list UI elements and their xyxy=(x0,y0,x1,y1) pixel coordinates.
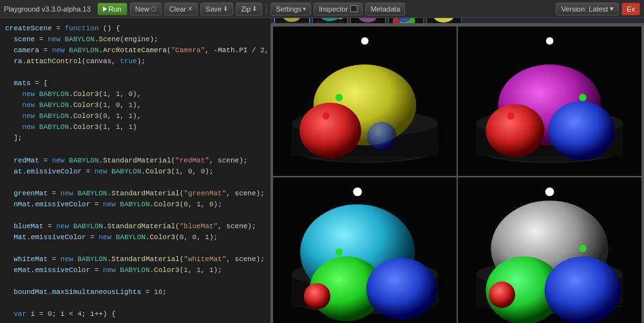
render-area xyxy=(270,24,644,323)
thumb-5[interactable] xyxy=(426,18,462,24)
run-button[interactable]: Run xyxy=(97,3,128,15)
svg-point-36 xyxy=(507,112,514,119)
svg-point-33 xyxy=(548,101,614,160)
render-quad-2[interactable] xyxy=(458,26,641,176)
svg-point-34 xyxy=(546,37,553,44)
brand-label: Playground v3.3.0-alpha.13 xyxy=(4,5,91,13)
svg-point-54 xyxy=(489,282,515,308)
svg-point-25 xyxy=(336,94,343,101)
svg-point-56 xyxy=(579,245,586,252)
thumbnail-strip xyxy=(270,18,644,24)
svg-point-43 xyxy=(366,258,437,320)
new-icon: ⬡ xyxy=(151,5,156,12)
version-button[interactable]: Version: Latest ▾ xyxy=(556,3,619,15)
inspector-checkbox xyxy=(350,5,357,12)
svg-point-22 xyxy=(299,103,361,159)
run-label: Run xyxy=(109,5,122,13)
zip-button[interactable]: Zip ⬇ xyxy=(236,3,262,15)
settings-chevron: ▾ xyxy=(303,5,306,12)
settings-button[interactable]: Settings ▾ xyxy=(270,3,311,15)
metadata-button[interactable]: Metadata xyxy=(365,3,405,15)
svg-point-26 xyxy=(322,112,329,119)
clear-label: Clear xyxy=(169,5,186,13)
clear-button[interactable]: Clear ✕ xyxy=(164,3,198,15)
version-label: Version: Latest xyxy=(561,5,608,13)
save-icon: ⬇ xyxy=(223,5,228,12)
new-button[interactable]: New ⬡ xyxy=(130,3,162,15)
inspector-label: Inspector xyxy=(319,5,348,13)
svg-point-45 xyxy=(353,188,362,197)
thumb-2[interactable] xyxy=(312,18,348,24)
svg-point-32 xyxy=(486,104,544,157)
code-editor: createScene = function () { scene = new … xyxy=(0,18,270,323)
preview-panel xyxy=(270,18,644,323)
svg-point-46 xyxy=(336,248,343,255)
thumb-3[interactable] xyxy=(350,18,386,24)
svg-point-24 xyxy=(361,37,368,44)
svg-point-35 xyxy=(579,94,586,101)
metadata-label: Metadata xyxy=(370,5,400,13)
exit-button[interactable]: Ex xyxy=(621,3,640,15)
zip-label: Zip xyxy=(241,5,251,13)
render-quad-3[interactable] xyxy=(273,177,457,323)
svg-point-44 xyxy=(304,283,330,309)
exit-label: Ex xyxy=(627,5,635,13)
zip-icon: ⬇ xyxy=(252,5,257,12)
clear-icon: ✕ xyxy=(187,5,193,12)
settings-label: Settings xyxy=(276,5,301,13)
inspector-button[interactable]: Inspector xyxy=(314,3,363,15)
separator-1 xyxy=(266,3,267,15)
new-label: New xyxy=(135,5,149,13)
svg-point-53 xyxy=(545,257,621,323)
svg-point-55 xyxy=(545,188,554,197)
save-button[interactable]: Save ⬇ xyxy=(200,3,233,15)
render-quad-4[interactable] xyxy=(458,177,641,323)
svg-point-8 xyxy=(337,18,344,19)
thumb-4[interactable] xyxy=(388,18,424,24)
svg-point-23 xyxy=(367,122,397,152)
version-chevron: ▾ xyxy=(610,5,614,13)
code-content[interactable]: createScene = function () { scene = new … xyxy=(0,18,270,323)
toolbar: Playground v3.3.0-alpha.13 Run New ⬡ Cle… xyxy=(0,0,644,18)
svg-point-6 xyxy=(320,18,340,21)
thumb-1[interactable] xyxy=(274,18,310,24)
save-label: Save xyxy=(205,5,222,13)
render-quad-1[interactable] xyxy=(273,26,457,176)
main-area: createScene = function () { scene = new … xyxy=(0,18,644,323)
play-icon xyxy=(103,6,107,12)
